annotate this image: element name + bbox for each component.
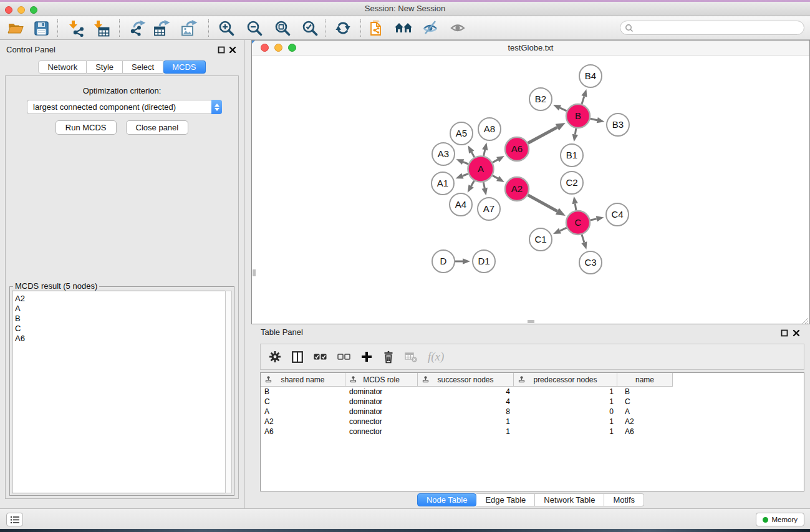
cell[interactable]: 4: [418, 387, 514, 397]
tab-network-table[interactable]: Network Table: [535, 493, 604, 506]
cell[interactable]: A6: [261, 427, 345, 437]
table-row[interactable]: Cdominator41C: [261, 397, 804, 407]
search-input[interactable]: [620, 21, 804, 35]
graph-edge[interactable]: [591, 118, 597, 120]
table-float-icon[interactable]: [781, 328, 789, 336]
result-item[interactable]: C: [15, 324, 225, 334]
cell[interactable]: A6: [617, 427, 673, 437]
graph-edge[interactable]: [463, 162, 468, 164]
close-window-button[interactable]: [5, 6, 12, 14]
column-header-name[interactable]: name: [617, 373, 673, 387]
cell[interactable]: connector: [345, 427, 418, 437]
result-item[interactable]: A6: [15, 334, 225, 344]
graph-edge[interactable]: [528, 195, 557, 211]
tab-motifs[interactable]: Motifs: [604, 493, 644, 506]
cell[interactable]: connector: [345, 417, 418, 427]
column-header-MCDS-role[interactable]: MCDS role: [345, 373, 418, 387]
result-item[interactable]: A2: [15, 294, 225, 304]
cell[interactable]: dominator: [345, 387, 418, 397]
network-zoom-button[interactable]: [288, 44, 296, 52]
zoom-in-icon[interactable]: [217, 19, 236, 37]
cell[interactable]: B: [261, 387, 345, 397]
network-canvas[interactable]: B4B2BB3A5A8A6B1A3AA1C2A2A4A7C4CC1C3DD1: [252, 56, 809, 324]
task-history-button[interactable]: [6, 513, 23, 526]
close-panel-icon[interactable]: [229, 45, 237, 53]
tab-select[interactable]: Select: [123, 60, 163, 74]
cell[interactable]: A2: [261, 417, 345, 427]
tab-network[interactable]: Network: [38, 60, 87, 74]
graph-edge[interactable]: [493, 175, 498, 178]
result-scrollbar[interactable]: [225, 291, 232, 493]
graph-edge[interactable]: [560, 228, 567, 231]
tab-mcds[interactable]: MCDS: [163, 60, 205, 74]
cell[interactable]: 1: [514, 417, 617, 427]
select-all-checks-icon[interactable]: [314, 354, 327, 360]
network-close-button[interactable]: [261, 44, 269, 52]
graph-edge[interactable]: [560, 108, 567, 111]
result-item[interactable]: A: [15, 304, 225, 314]
import-table-icon[interactable]: [92, 19, 110, 37]
apply-layout-icon[interactable]: [334, 19, 352, 37]
graph-edge[interactable]: [582, 235, 584, 242]
tab-edge-table[interactable]: Edge Table: [476, 493, 535, 506]
graph-edge[interactable]: [591, 219, 597, 220]
show-hidden-icon[interactable]: [449, 19, 468, 37]
export-table-icon[interactable]: [153, 19, 171, 37]
new-network-icon[interactable]: [368, 19, 387, 37]
deselect-all-checks-icon[interactable]: [337, 354, 350, 360]
result-item[interactable]: B: [15, 314, 225, 324]
cell[interactable]: C: [261, 397, 345, 407]
zoom-selected-icon[interactable]: [301, 19, 319, 37]
cell[interactable]: 1: [514, 397, 617, 407]
add-column-icon[interactable]: [361, 351, 372, 362]
function-builder-icon[interactable]: f(x): [428, 350, 444, 364]
tab-node-table[interactable]: Node Table: [417, 493, 477, 506]
cell[interactable]: 4: [418, 397, 514, 407]
table-row[interactable]: A2connector11A2: [261, 417, 804, 427]
graph-edge[interactable]: [528, 127, 557, 143]
close-panel-button[interactable]: Close panel: [126, 120, 189, 135]
resize-grip[interactable]: [801, 316, 809, 323]
graph-edge[interactable]: [471, 181, 475, 186]
minimize-window-button[interactable]: [17, 6, 25, 14]
cell[interactable]: 1: [418, 427, 514, 437]
cell[interactable]: 1: [418, 417, 514, 427]
zoom-out-icon[interactable]: [245, 19, 264, 37]
delete-column-icon[interactable]: [383, 351, 394, 364]
column-header-predecessor-nodes[interactable]: predecessor nodes: [514, 373, 617, 387]
graph-edge[interactable]: [484, 150, 485, 156]
table-row[interactable]: Adominator80A: [261, 407, 804, 417]
graph-edge[interactable]: [471, 152, 474, 157]
table-row[interactable]: A6connector11A6: [261, 427, 804, 437]
cell[interactable]: 8: [418, 407, 514, 417]
column-header-shared-name[interactable]: shared name: [261, 373, 345, 387]
cell[interactable]: B: [617, 387, 673, 397]
zoom-fit-icon[interactable]: [273, 19, 292, 37]
run-mcds-button[interactable]: Run MCDS: [55, 120, 117, 135]
show-columns-icon[interactable]: [292, 351, 303, 363]
graph-edge[interactable]: [575, 128, 576, 135]
cell[interactable]: dominator: [345, 397, 418, 407]
network-minimize-button[interactable]: [274, 44, 282, 52]
export-network-icon[interactable]: [129, 19, 148, 37]
graph-edge[interactable]: [483, 182, 485, 188]
export-image-icon[interactable]: [180, 19, 199, 37]
open-session-icon[interactable]: [6, 19, 25, 37]
cell[interactable]: 1: [514, 427, 617, 437]
memory-button[interactable]: Memory: [756, 513, 804, 526]
cell[interactable]: A2: [617, 417, 673, 427]
delete-table-icon[interactable]: [405, 352, 417, 362]
table-row[interactable]: Bdominator41B: [261, 387, 804, 397]
graph-edge[interactable]: [575, 204, 576, 211]
first-neighbors-icon[interactable]: [394, 19, 413, 37]
tab-style[interactable]: Style: [87, 60, 123, 74]
float-panel-icon[interactable]: [218, 45, 226, 53]
cell[interactable]: 0: [514, 407, 617, 417]
graph-edge[interactable]: [463, 174, 468, 176]
graph-edge[interactable]: [582, 96, 584, 104]
cell[interactable]: A: [617, 407, 673, 417]
save-session-icon[interactable]: [32, 19, 51, 37]
cell[interactable]: C: [617, 397, 673, 407]
hide-selected-icon[interactable]: [422, 19, 440, 37]
zoom-window-button[interactable]: [30, 6, 37, 14]
